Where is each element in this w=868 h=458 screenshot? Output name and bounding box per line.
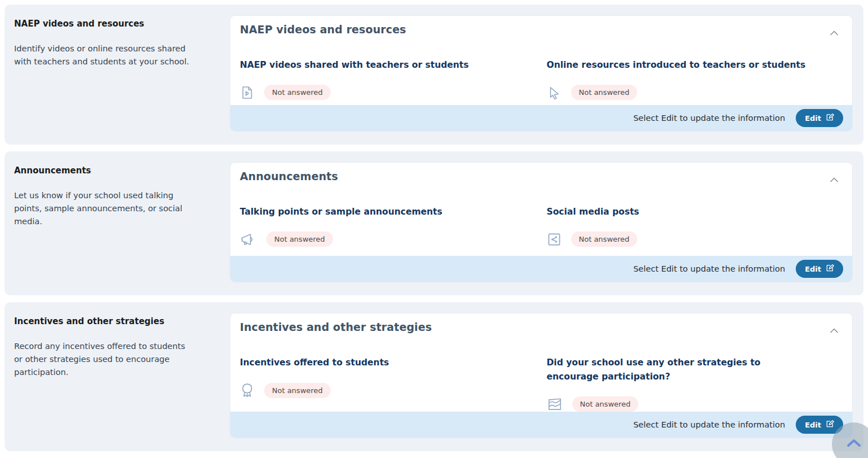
card-header: Announcements [230,163,852,190]
edit-pencil-square-icon [826,264,834,274]
area-chart-icon [547,397,563,412]
card-incentives: Incentives and other strategies Incentiv… [230,313,852,438]
sidebar-description: Let us know if your school used talking … [14,189,195,228]
cursor-pointer-icon [547,85,562,100]
award-ribbon-icon [240,382,255,398]
question-heading: Social media posts [547,205,806,219]
status-row: Not answered [547,85,844,100]
card-footer: Select Edit to update the information Ed… [230,256,852,282]
status-row: Not answered [240,85,537,100]
chevron-up-icon [827,33,841,42]
sidebar-title: Announcements [14,165,195,176]
card-header: Incentives and other strategies [230,313,852,341]
edit-button-label: Edit [805,421,821,429]
edit-button[interactable]: Edit [796,260,843,278]
question-heading: Online resources introduced to teachers … [547,58,806,72]
section-naep-videos: NAEP videos and resources Identify video… [5,5,863,145]
sidebar-description: Record any incentives offered to student… [14,340,195,379]
video-document-icon [240,85,255,100]
sidebar-description: Identify videos or online resources shar… [14,42,195,68]
question-column: NAEP videos shared with teachers or stud… [240,58,537,100]
card-announcements: Announcements Talking points or sample a… [230,163,852,282]
card-content: Talking points or sample announcements N… [230,205,852,247]
chevron-up-icon [827,331,841,339]
edit-button-label: Edit [805,265,821,273]
edit-button[interactable]: Edit [796,109,843,127]
section-announcements: Announcements Let us know if your school… [5,151,863,295]
card-wrap: Incentives and other strategies Incentiv… [230,302,863,451]
status-row: Not answered [547,232,844,247]
card-wrap: NAEP videos and resources NAEP videos sh… [230,5,863,145]
question-column: Incentives offered to students Not answe… [240,356,537,412]
edit-button-label: Edit [805,114,821,123]
question-heading: Incentives offered to students [240,356,499,370]
card-title: Incentives and other strategies [240,321,432,333]
status-row: Not answered [547,396,844,412]
edit-note: Select Edit to update the information [633,420,785,429]
section-incentives: Incentives and other strategies Record a… [5,302,863,451]
status-badge: Not answered [266,232,333,247]
card-content: NAEP videos shared with teachers or stud… [230,58,852,100]
question-column: Online resources introduced to teachers … [547,58,844,100]
card-content: Incentives offered to students Not answe… [230,356,852,412]
card-title: NAEP videos and resources [240,23,406,36]
status-badge: Not answered [571,85,638,100]
collapse-button[interactable] [825,321,843,341]
edit-pencil-square-icon [826,113,834,123]
card-footer: Select Edit to update the information Ed… [230,412,852,438]
status-badge: Not answered [572,396,639,412]
question-heading: Did your school use any other strategies… [547,356,806,384]
collapse-button[interactable] [825,170,843,190]
question-column: Did your school use any other strategies… [547,356,844,412]
question-heading: Talking points or sample announcements [240,205,499,219]
status-row: Not answered [240,232,537,247]
status-row: Not answered [240,382,537,398]
chevron-up-icon [827,180,841,189]
section-sidebar: Incentives and other strategies Record a… [5,302,230,451]
card-header: NAEP videos and resources [230,16,852,43]
collapse-button[interactable] [825,23,843,43]
section-sidebar: NAEP videos and resources Identify video… [5,5,230,145]
share-icon [547,232,562,247]
question-heading: NAEP videos shared with teachers or stud… [240,58,499,72]
section-sidebar: Announcements Let us know if your school… [5,151,230,295]
page: NAEP videos and resources Identify video… [0,0,868,458]
question-column: Talking points or sample announcements N… [240,205,537,247]
edit-note: Select Edit to update the information [633,114,785,123]
status-badge: Not answered [264,85,331,100]
status-badge: Not answered [571,232,638,247]
sidebar-title: Incentives and other strategies [14,316,195,326]
chevron-up-icon [845,438,862,451]
card-footer: Select Edit to update the information Ed… [230,105,852,131]
card-title: Announcements [240,170,338,182]
card-wrap: Announcements Talking points or sample a… [230,151,863,295]
edit-note: Select Edit to update the information [633,264,785,273]
card-naep-videos: NAEP videos and resources NAEP videos sh… [230,16,852,131]
question-column: Social media posts Not answered [547,205,844,247]
status-badge: Not answered [264,383,331,398]
megaphone-icon [240,232,257,247]
edit-pencil-square-icon [826,420,834,430]
sidebar-title: NAEP videos and resources [14,19,195,29]
